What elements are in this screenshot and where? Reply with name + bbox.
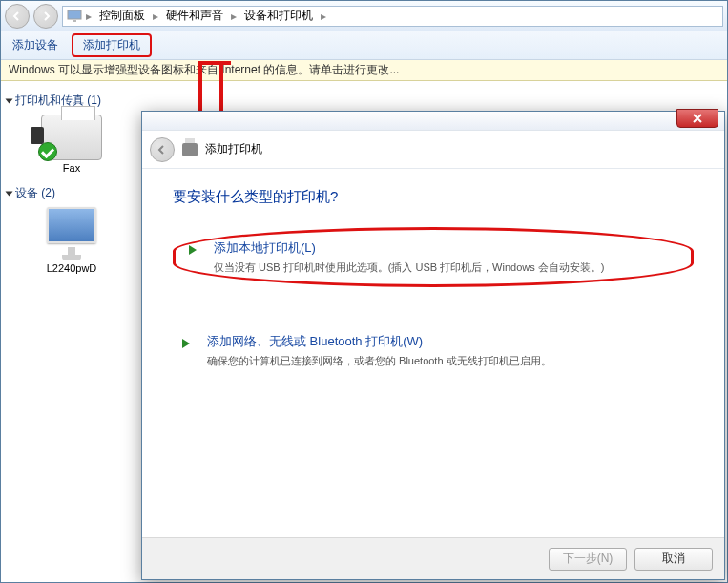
group-header-devices[interactable]: 设备 (2) — [7, 185, 136, 201]
monitor-icon — [41, 207, 102, 260]
device-label: Fax — [63, 162, 80, 174]
option-description: 仅当没有 USB 打印机时使用此选项。(插入 USB 打印机后，Windows … — [214, 260, 604, 275]
breadcrumb-item[interactable]: 硬件和声音 — [162, 8, 227, 24]
dialog-titlebar — [142, 112, 724, 131]
dialog-back-button[interactable] — [150, 137, 175, 162]
option-add-network-printer[interactable]: 添加网络、无线或 Bluetooth 打印机(W) 确保您的计算机已连接到网络，… — [173, 325, 694, 376]
dialog-title: 添加打印机 — [205, 141, 262, 157]
chevron-right-icon: ▸ — [321, 10, 326, 23]
fax-icon — [41, 115, 102, 160]
collapse-icon — [6, 98, 13, 103]
breadcrumb-item[interactable]: 控制面板 — [95, 8, 149, 24]
dialog-heading: 要安装什么类型的打印机? — [173, 188, 694, 206]
arrow-left-icon — [157, 145, 167, 155]
add-printer-dialog: 添加打印机 要安装什么类型的打印机? 添加本地打印机(L) 仅当没有 USB 打… — [141, 111, 725, 580]
arrow-right-icon — [189, 241, 204, 257]
svg-rect-0 — [68, 10, 81, 19]
device-list-panel: 打印机和传真 (1) Fax 设备 (2) L2240pwD — [1, 81, 142, 582]
address-bar: ▸ 控制面板 ▸ 硬件和声音 ▸ 设备和打印机 ▸ — [1, 1, 727, 31]
add-printer-label: 添加打印机 — [83, 37, 140, 53]
device-item-fax[interactable]: Fax — [7, 115, 136, 174]
option-title: 添加网络、无线或 Bluetooth 打印机(W) — [207, 333, 551, 350]
collapse-icon — [6, 191, 13, 196]
chevron-right-icon: ▸ — [231, 10, 237, 23]
close-button[interactable] — [676, 109, 718, 128]
breadcrumb[interactable]: ▸ 控制面板 ▸ 硬件和声音 ▸ 设备和打印机 ▸ — [62, 6, 723, 27]
close-icon — [692, 113, 703, 124]
option-description: 确保您的计算机已连接到网络，或者您的 Bluetooth 或无线打印机已启用。 — [207, 354, 551, 368]
printer-icon — [182, 143, 198, 156]
svg-rect-1 — [73, 20, 76, 22]
device-item-monitor[interactable]: L2240pwD — [7, 207, 136, 274]
breadcrumb-item[interactable]: 设备和打印机 — [240, 8, 317, 24]
dialog-header: 添加打印机 — [142, 131, 724, 169]
group-label: 设备 (2) — [15, 185, 55, 201]
device-label: L2240pwD — [47, 262, 97, 274]
chevron-right-icon: ▸ — [153, 10, 158, 23]
option-title: 添加本地打印机(L) — [214, 239, 604, 257]
info-bar[interactable]: Windows 可以显示增强型设备图标和来自 Internet 的信息。请单击进… — [1, 60, 727, 81]
cancel-button[interactable]: 取消 — [634, 548, 713, 571]
nav-back-button[interactable] — [5, 4, 30, 29]
add-printer-button[interactable]: 添加打印机 — [72, 33, 152, 57]
option-add-local-printer[interactable]: 添加本地打印机(L) 仅当没有 USB 打印机时使用此选项。(插入 USB 打印… — [173, 227, 694, 287]
toolbar: 添加设备 添加打印机 — [1, 31, 727, 60]
info-bar-text: Windows 可以显示增强型设备图标和来自 Internet 的信息。请单击进… — [9, 62, 399, 78]
next-button[interactable]: 下一步(N) — [549, 548, 627, 571]
add-device-button[interactable]: 添加设备 — [1, 31, 70, 59]
nav-forward-button[interactable] — [33, 4, 58, 29]
dialog-footer: 下一步(N) 取消 — [142, 537, 724, 579]
chevron-right-icon: ▸ — [86, 10, 92, 23]
default-check-icon — [38, 142, 57, 161]
dialog-body: 要安装什么类型的打印机? 添加本地打印机(L) 仅当没有 USB 打印机时使用此… — [142, 169, 724, 433]
arrow-right-icon — [182, 335, 198, 350]
monitor-icon — [67, 9, 82, 24]
